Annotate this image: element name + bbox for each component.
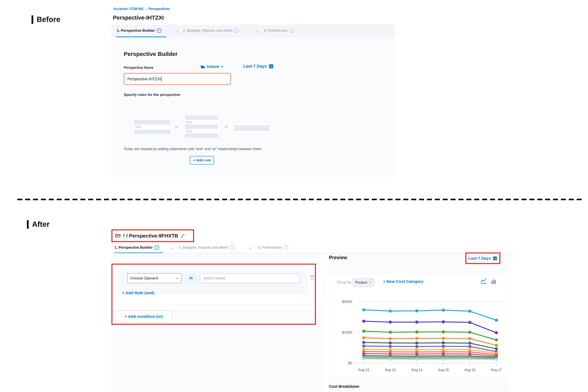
svg-text:$1000: $1000 <box>342 330 352 334</box>
skeleton-rule-group <box>232 123 272 133</box>
svg-text:Aug 17: Aug 17 <box>491 368 502 372</box>
edit-pencil-icon[interactable] <box>180 234 185 238</box>
calendar-icon <box>269 64 274 69</box>
skeleton-or-label: Or <box>224 125 228 129</box>
folder-open-icon <box>115 233 121 238</box>
before-screenshot-panel: Account: CCM-NG › Perspectives Perspecti… <box>112 4 394 177</box>
perspective-name-input[interactable]: Perspective-IHTZXI <box>124 73 231 85</box>
new-cost-category-link[interactable]: + New Cost Category <box>383 279 424 284</box>
tab-budgets-reports-alerts[interactable]: 2. Budgets, Reports and Alerts i <box>179 245 234 250</box>
before-after-divider <box>17 199 583 200</box>
preview-line-chart: $0$1000$2000Aug 12Aug 13Aug 14Aug 15Aug … <box>332 294 506 372</box>
tab-perspective-builder[interactable]: 1. Perspective Builder i <box>114 245 159 250</box>
info-icon[interactable]: i <box>289 28 294 33</box>
skeleton-or-label: Or <box>174 125 178 129</box>
page-title: Perspective-IHTZXI <box>113 14 164 21</box>
calendar-icon <box>493 256 497 260</box>
preview-heading: Preview <box>329 255 347 260</box>
tab-preferences[interactable]: 3. Preferences i <box>264 28 294 33</box>
date-range-selector[interactable]: Last 7 Days <box>243 64 274 69</box>
tab-strip: 1. Perspective Builder i › 2. Budgets, R… <box>112 25 394 38</box>
date-range-selector[interactable]: Last 7 Days <box>466 254 500 263</box>
text-cursor <box>161 76 162 82</box>
skeleton-rule-group: And And <box>183 113 220 140</box>
tab-budgets-reports-alerts[interactable]: 2. Budgets, Reports and Alerts i <box>183 28 239 33</box>
breadcrumb-perspectives-link[interactable]: Perspectives <box>148 7 170 11</box>
screenshot-canvas: Before Account: CCM-NG › Perspectives Pe… <box>0 0 588 392</box>
folder-selector-dropdown[interactable]: Default <box>200 64 223 69</box>
after-section-label: After <box>27 220 50 229</box>
tab-perspective-builder[interactable]: 1. Perspective Builder i <box>117 28 162 33</box>
skeleton-rule-group: And <box>132 118 172 136</box>
after-screenshot-panel: ! / Perspective-9FHXTB 1. Perspective Bu… <box>112 227 509 392</box>
perspective-name-label: Perspective Name <box>124 66 154 70</box>
info-icon[interactable]: i <box>234 28 239 33</box>
svg-text:Aug 14: Aug 14 <box>411 368 422 372</box>
pane-gap <box>324 254 329 392</box>
info-icon[interactable]: i <box>284 245 288 250</box>
info-icon[interactable]: i <box>157 28 162 33</box>
breadcrumb: Account: CCM-NG › Perspectives <box>113 7 170 11</box>
before-section-label: Before <box>32 15 60 24</box>
chevron-right-icon: › <box>176 28 178 34</box>
svg-text:$2000: $2000 <box>342 300 352 304</box>
annotation-box-rule-builder <box>112 264 316 325</box>
group-by-label: Group By <box>337 280 352 284</box>
before-content-area: Perspective Builder Perspective Name Def… <box>112 37 394 177</box>
svg-text:$0: $0 <box>348 361 352 365</box>
svg-text:Aug 15: Aug 15 <box>438 368 449 372</box>
svg-text:Aug 16: Aug 16 <box>464 368 475 372</box>
annotation-box-date-range: Last 7 Days <box>466 252 500 264</box>
bar-chart-toggle-icon[interactable] <box>490 278 497 284</box>
builder-heading: Perspective Builder <box>124 51 178 57</box>
info-icon[interactable]: i <box>230 245 234 250</box>
cost-breakdown-card-top <box>329 390 509 392</box>
chevron-down-icon <box>369 282 372 283</box>
chevron-right-icon: › <box>257 28 259 34</box>
chevron-right-icon: › <box>171 245 172 251</box>
breadcrumb-account-link[interactable]: Account: CCM-NG <box>113 7 144 11</box>
svg-text:Aug 13: Aug 13 <box>385 368 396 372</box>
info-icon[interactable]: i <box>154 245 159 250</box>
breadcrumb-separator: › <box>146 7 146 11</box>
preview-card: Group By Product + New Cost Category $0$… <box>329 274 509 378</box>
add-rule-button[interactable]: + Add rule <box>190 156 214 164</box>
group-by-dropdown[interactable]: Product <box>352 278 374 287</box>
cost-breakdown-heading: Cost Breakdown <box>329 384 359 389</box>
chevron-right-icon: › <box>250 245 251 251</box>
rules-help-text: Rules are created by adding statements w… <box>124 147 262 151</box>
annotation-box-title: ! / Perspective-9FHXTB <box>112 230 194 242</box>
folder-icon <box>200 65 205 68</box>
tab-bottom-border <box>112 253 509 254</box>
line-chart-toggle-icon[interactable] <box>480 278 487 284</box>
svg-text:Aug 12: Aug 12 <box>358 368 369 372</box>
page-title: ! / Perspective-9FHXTB <box>123 233 178 239</box>
caret-down-icon <box>221 66 223 68</box>
tab-preferences[interactable]: 3. Preferences i <box>258 245 288 250</box>
rules-heading: Specify rules for the perspective <box>124 92 180 97</box>
